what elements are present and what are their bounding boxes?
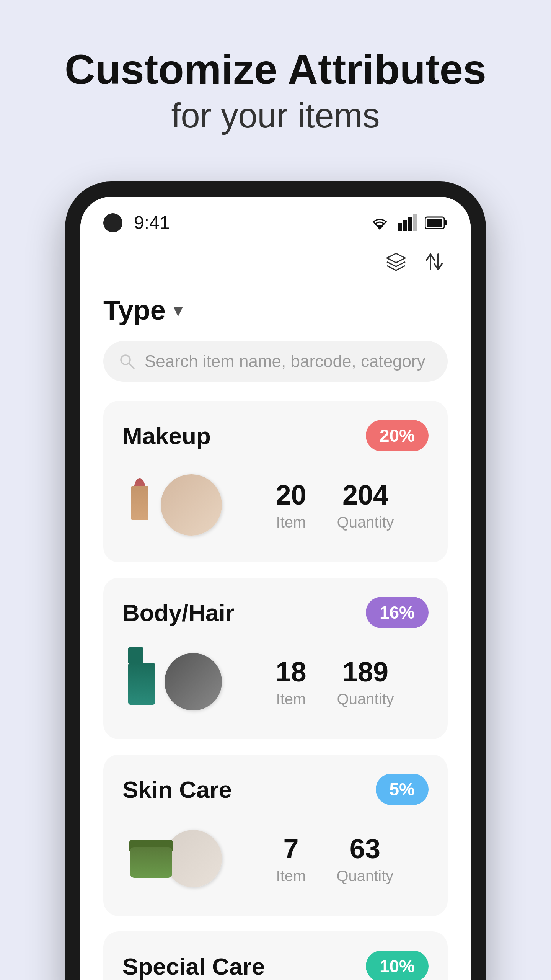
- category-card-bodyhair[interactable]: Body/Hair 16%: [103, 578, 448, 739]
- bodyhair-quantity-value: 189: [337, 656, 394, 688]
- category-title-bodyhair: Body/Hair: [122, 599, 235, 626]
- bodyhair-stats: 18 Item 189 Quantity: [241, 656, 429, 708]
- page-title: Customize Attributes: [65, 46, 486, 92]
- search-placeholder: Search item name, barcode, category: [145, 352, 425, 371]
- type-selector[interactable]: Type ▾: [103, 287, 448, 341]
- category-title-skincare: Skin Care: [122, 776, 232, 803]
- badge-skincare: 5%: [376, 774, 429, 805]
- search-bar[interactable]: Search item name, barcode, category: [103, 341, 448, 382]
- card-header-skincare: Skin Care 5%: [122, 774, 429, 805]
- skincare-stats: 7 Item 63 Quantity: [241, 833, 429, 885]
- svg-rect-2: [408, 217, 412, 231]
- camera-dot: [103, 213, 122, 232]
- bodyhair-item-value: 18: [276, 656, 306, 688]
- makeup-item-label: Item: [276, 514, 306, 531]
- category-card-makeup[interactable]: Makeup 20%: [103, 401, 448, 562]
- makeup-product-image: [122, 467, 222, 543]
- card-body-skincare: 7 Item 63 Quantity: [122, 820, 429, 897]
- skincare-quantity: 63 Quantity: [336, 833, 393, 885]
- svg-rect-6: [427, 219, 442, 227]
- makeup-quantity: 204 Quantity: [337, 479, 394, 531]
- bodyhair-item-label: Item: [276, 691, 306, 708]
- makeup-item-value: 20: [276, 479, 306, 511]
- page-header: Customize Attributes for your items: [42, 0, 509, 166]
- card-body-bodyhair: 18 Item 189 Quantity: [122, 644, 429, 720]
- svg-rect-1: [403, 220, 407, 231]
- toolbar: [103, 241, 448, 287]
- type-label: Type: [103, 294, 166, 326]
- signal-icon: [398, 214, 417, 231]
- app-content: Type ▾ Search item name, barcode, catego…: [80, 241, 471, 980]
- svg-rect-0: [398, 223, 402, 231]
- svg-line-10: [129, 363, 134, 368]
- skincare-item-count: 7 Item: [276, 833, 306, 885]
- category-card-specialcare[interactable]: Special Care 10%: [103, 931, 448, 980]
- battery-icon: [425, 215, 448, 230]
- category-title-specialcare: Special Care: [122, 953, 265, 980]
- makeup-stats: 20 Item 204 Quantity: [241, 479, 429, 531]
- page-subtitle: for your items: [65, 96, 486, 136]
- phone-screen: 9:41: [80, 197, 471, 980]
- svg-rect-5: [444, 220, 447, 225]
- search-icon: [119, 353, 135, 370]
- bodyhair-quantity: 189 Quantity: [337, 656, 394, 708]
- svg-rect-3: [413, 214, 417, 231]
- status-right: [369, 214, 448, 231]
- status-left: 9:41: [103, 212, 170, 233]
- skincare-quantity-label: Quantity: [336, 867, 393, 885]
- card-header-bodyhair: Body/Hair 16%: [122, 597, 429, 628]
- badge-makeup: 20%: [366, 420, 429, 451]
- makeup-item-count: 20 Item: [276, 479, 306, 531]
- bodyhair-quantity-label: Quantity: [337, 691, 394, 708]
- bodyhair-product-image: [122, 644, 222, 720]
- badge-specialcare: 10%: [366, 951, 429, 980]
- skincare-item-value: 7: [276, 833, 306, 864]
- makeup-quantity-label: Quantity: [337, 514, 394, 531]
- phone-frame: 9:41: [65, 181, 486, 980]
- skincare-item-label: Item: [276, 867, 306, 885]
- badge-bodyhair: 16%: [366, 597, 429, 628]
- category-title-makeup: Makeup: [122, 422, 211, 449]
- card-body-makeup: 20 Item 204 Quantity: [122, 467, 429, 543]
- card-header-specialcare: Special Care 10%: [122, 951, 429, 980]
- layers-icon[interactable]: [383, 248, 409, 275]
- skincare-quantity-value: 63: [336, 833, 393, 864]
- card-header-makeup: Makeup 20%: [122, 420, 429, 451]
- makeup-quantity-value: 204: [337, 479, 394, 511]
- sort-icon[interactable]: [421, 248, 448, 275]
- wifi-icon: [369, 214, 390, 231]
- status-bar: 9:41: [80, 197, 471, 241]
- bodyhair-item-count: 18 Item: [276, 656, 306, 708]
- category-card-skincare[interactable]: Skin Care 5%: [103, 755, 448, 916]
- chevron-down-icon: ▾: [173, 299, 183, 321]
- status-time: 9:41: [134, 212, 170, 233]
- skincare-product-image: [122, 820, 222, 897]
- phone-wrapper: 9:41: [65, 181, 486, 980]
